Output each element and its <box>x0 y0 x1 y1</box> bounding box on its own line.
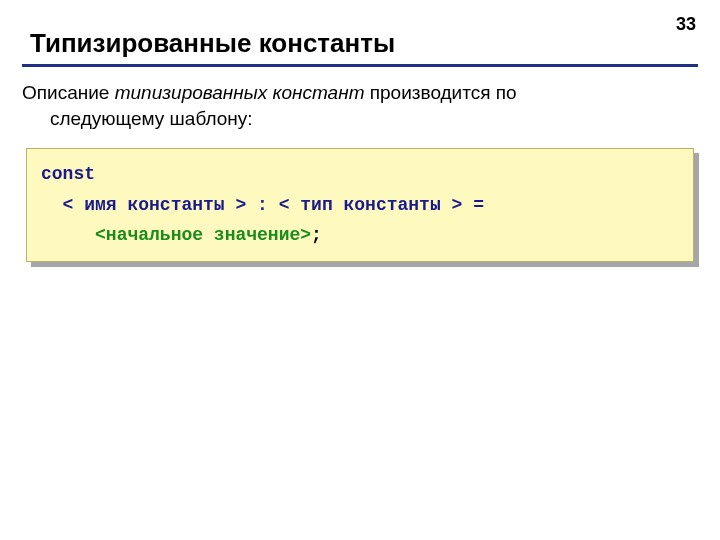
code-l3-semi: ; <box>311 225 322 245</box>
code-l2-indent <box>41 195 63 215</box>
code-box: const < имя константы > : < тип констант… <box>26 148 694 262</box>
page-number: 33 <box>676 14 696 35</box>
code-l2-gt2: > <box>452 195 463 215</box>
code-l2-eq: = <box>462 195 484 215</box>
description-text: Описание типизированных констант произво… <box>22 80 682 131</box>
code-line3: <начальное значение>; <box>41 225 322 245</box>
desc-prefix: Описание <box>22 82 115 103</box>
slide: 33 Типизированные константы Описание тип… <box>0 0 720 540</box>
code-const-name-placeholder: имя константы <box>73 195 235 215</box>
title-underline <box>22 64 698 67</box>
code-l3-lt: < <box>95 225 106 245</box>
code-l3-indent <box>41 225 95 245</box>
desc-suffix1: производится по <box>364 82 516 103</box>
code-l3-gt: > <box>300 225 311 245</box>
code-l2-lt2: < <box>279 195 290 215</box>
code-const-type-placeholder: тип константы <box>289 195 451 215</box>
code-initial-value-placeholder: начальное значение <box>106 225 300 245</box>
code-l2-gt1: > <box>235 195 246 215</box>
code-l2-lt1: < <box>63 195 74 215</box>
desc-line2: следующему шаблону: <box>22 106 682 132</box>
code-box-content: const < имя константы > : < тип констант… <box>26 148 694 262</box>
desc-italic: типизированных констант <box>115 82 365 103</box>
slide-title: Типизированные константы <box>30 28 395 59</box>
code-line2: < имя константы > : < тип константы > = <box>41 195 484 215</box>
code-l2-colon: : <box>246 195 278 215</box>
code-keyword-const: const <box>41 164 95 184</box>
